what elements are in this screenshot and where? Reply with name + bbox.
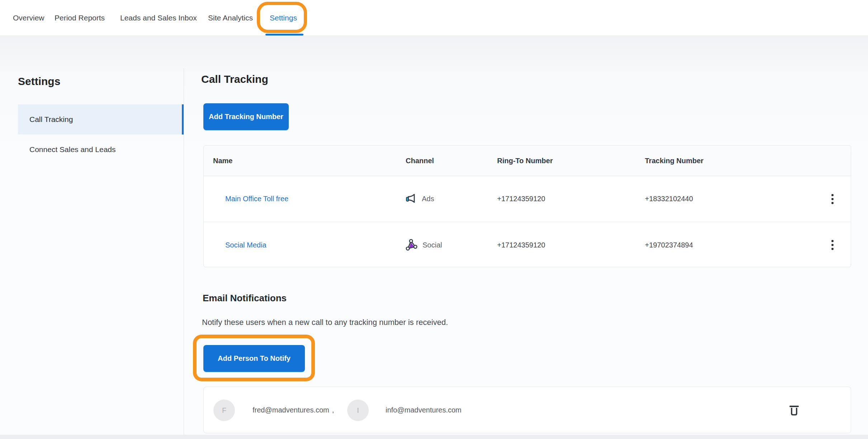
channel-label: Ads <box>422 195 434 203</box>
sidebar-item-label: Call Tracking <box>29 115 73 124</box>
top-nav-bar: Overview Period Reports Leads and Sales … <box>0 0 868 36</box>
email-text: info@madventures.com <box>386 406 462 414</box>
channel-label: Social <box>423 241 442 249</box>
email-separator: , <box>332 406 334 414</box>
tracking-name-link[interactable]: Main Office Toll free <box>225 176 288 222</box>
kebab-menu-icon <box>831 193 834 205</box>
tracking-name-link[interactable]: Social Media <box>225 222 266 268</box>
sidebar-title: Settings <box>18 75 60 88</box>
table-row: Social Media Social +17124359120 +197023… <box>204 222 851 268</box>
sidebar-item-label: Connect Sales and Leads <box>29 145 116 154</box>
column-header-channel: Channel <box>406 146 434 176</box>
sidebar-item-connect-sales-and-leads[interactable]: Connect Sales and Leads <box>18 134 184 165</box>
delete-recipients-button[interactable] <box>786 401 803 419</box>
nav-tab-settings[interactable]: Settings <box>270 0 297 36</box>
recipient-email: info@madventures.com <box>386 387 462 433</box>
table-row: Main Office Toll free Ads +17124359120 +… <box>204 176 851 222</box>
content-panel: Settings Call Tracking Connect Sales and… <box>0 36 868 435</box>
channel-cell: Ads <box>405 176 434 222</box>
sidebar-item-call-tracking[interactable]: Call Tracking <box>18 104 184 134</box>
tracking-number: +19702374894 <box>645 222 693 268</box>
add-tracking-number-button[interactable]: Add Tracking Number <box>203 103 289 130</box>
nav-tab-site-analytics[interactable]: Site Analytics <box>208 0 253 36</box>
column-header-name: Name <box>213 146 232 176</box>
row-actions-menu-button[interactable] <box>825 237 840 253</box>
notification-recipients-card: F fred@madventures.com , I info@madventu… <box>203 387 851 433</box>
avatar: I <box>347 400 369 421</box>
email-notifications-title: Email Notifications <box>203 293 287 304</box>
row-actions-menu-button[interactable] <box>825 191 840 207</box>
add-person-to-notify-button[interactable]: Add Person To Notify <box>203 345 305 372</box>
avatar: F <box>213 400 235 421</box>
active-tab-underline <box>265 34 303 36</box>
nav-tab-period-reports[interactable]: Period Reports <box>55 0 105 36</box>
trash-icon <box>789 404 799 416</box>
nav-tab-leads-sales-inbox[interactable]: Leads and Sales Inbox <box>120 0 197 36</box>
column-header-tracking-number: Tracking Number <box>645 146 703 176</box>
tracking-number: +18332102440 <box>645 176 693 222</box>
tracking-numbers-table: Name Channel Ring-To Number Tracking Num… <box>203 145 851 267</box>
kebab-menu-icon <box>831 239 834 251</box>
share-nodes-icon <box>405 239 418 251</box>
channel-cell: Social <box>405 222 442 268</box>
table-header-row: Name Channel Ring-To Number Tracking Num… <box>204 146 851 176</box>
recipient-email: fred@madventures.com , <box>253 387 334 433</box>
email-text: fred@madventures.com <box>253 406 329 414</box>
page-title-call-tracking: Call Tracking <box>201 73 268 85</box>
column-header-ring-to-number: Ring-To Number <box>497 146 553 176</box>
sidebar-divider <box>184 68 184 435</box>
email-notifications-description: Notify these users when a new call to an… <box>202 318 448 327</box>
megaphone-icon <box>405 193 417 205</box>
ring-to-number: +17124359120 <box>497 176 545 222</box>
ring-to-number: +17124359120 <box>497 222 545 268</box>
nav-tab-overview[interactable]: Overview <box>13 0 44 36</box>
